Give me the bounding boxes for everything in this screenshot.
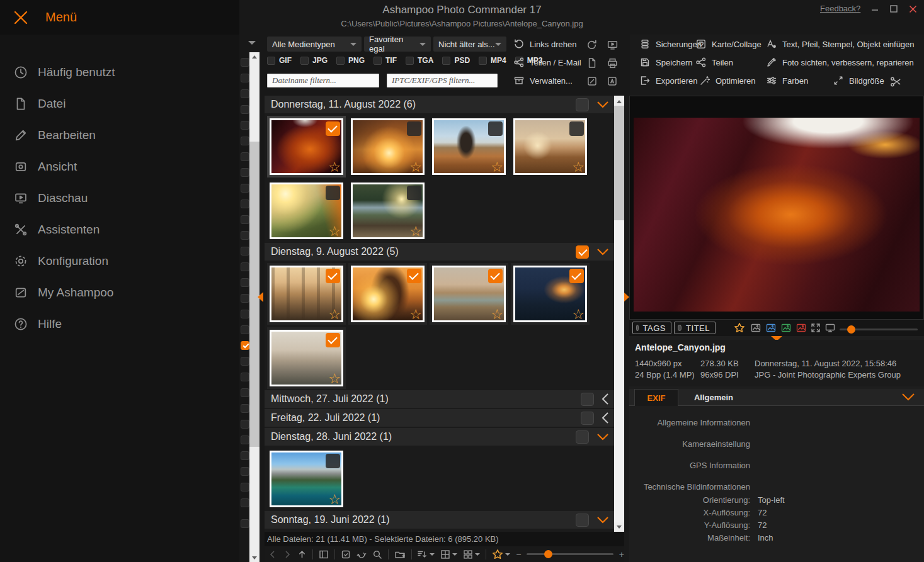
selected-check-badge[interactable]	[488, 269, 503, 283]
thumbnail-cell[interactable]	[348, 180, 427, 242]
share-email-button[interactable]: Teilen / E-Mail	[513, 57, 581, 68]
favorite-star-icon[interactable]	[328, 493, 341, 507]
thumbnail-cell-selected[interactable]	[348, 263, 427, 325]
sidebar-item-my-ashampoo[interactable]: My Ashampoo	[0, 277, 239, 308]
filmstrip-checkbox[interactable]	[241, 152, 249, 161]
save-button[interactable]: Speichern	[639, 57, 693, 68]
filmstrip-checkbox[interactable]	[241, 74, 249, 82]
thumbnail-cell-selected[interactable]	[267, 327, 346, 389]
search-icon[interactable]	[372, 549, 382, 559]
date-group-header[interactable]: Sonntag, 19. Juni 2022 (1)	[265, 511, 614, 529]
filmstrip-checkbox[interactable]	[241, 121, 249, 130]
close-button[interactable]	[908, 4, 918, 14]
thumbnail-cell[interactable]	[511, 116, 590, 177]
filmstrip-checkbox[interactable]	[241, 168, 249, 177]
thumbnail-mountain-lake[interactable]	[270, 451, 343, 507]
expand-group-icon[interactable]	[602, 412, 609, 424]
rotate-icon[interactable]	[356, 549, 367, 559]
prev-icon[interactable]	[268, 550, 277, 559]
crop-scissors-icon[interactable]	[889, 76, 902, 88]
folder-up-icon[interactable]	[297, 549, 307, 559]
thumbnail-cell-selected[interactable]	[267, 263, 346, 325]
thumbnail-venice-gondolas[interactable]	[270, 266, 343, 322]
sidebar-item-hilfe[interactable]: Hilfe	[0, 308, 239, 340]
exif-section[interactable]: Kameraeinstellung	[629, 439, 924, 449]
selected-check-badge[interactable]	[326, 121, 340, 136]
selected-check-badge[interactable]	[326, 269, 340, 283]
preview-zoom-slider[interactable]	[840, 329, 918, 330]
filmstrip-checkbox[interactable]	[241, 262, 249, 271]
sidebar-item-diaschau[interactable]: Diaschau	[0, 183, 239, 214]
insert-objects-button[interactable]: Text, Pfeil, Stempel, Objekt einfügen	[766, 38, 915, 50]
favorite-star-icon[interactable]	[409, 225, 422, 239]
panel-layout-icon[interactable]	[319, 549, 329, 559]
filmstrip-checkbox[interactable]	[241, 498, 249, 507]
sidebar-item-ansicht[interactable]: Ansicht	[0, 151, 239, 183]
expand-group-icon[interactable]	[602, 393, 609, 405]
export-button[interactable]: Exportieren	[639, 75, 697, 86]
sidebar-item-haeufig-benutzt[interactable]: Häufig benutzt	[0, 57, 239, 88]
zoom-out-icon[interactable]	[516, 549, 521, 559]
thumbnail-cell-current[interactable]	[267, 116, 346, 177]
optimize-button[interactable]: Optimieren	[699, 75, 756, 86]
format-checkbox-gif[interactable]: GIF	[267, 56, 292, 65]
filmstrip-checkbox[interactable]	[241, 519, 249, 528]
favorite-star-icon[interactable]	[328, 225, 341, 239]
collapse-group-icon[interactable]	[596, 248, 609, 256]
favorites-dropdown[interactable]: Favoriten egal	[364, 37, 431, 52]
thumbnail-venice-canal[interactable]	[270, 330, 343, 386]
print-icon[interactable]	[607, 57, 619, 69]
colors-button[interactable]: Farben	[766, 75, 808, 86]
zoom-in-icon[interactable]	[619, 549, 624, 559]
next-icon[interactable]	[283, 550, 292, 559]
thumbnail-monument-valley[interactable]	[513, 118, 587, 175]
thumbnail-cell-selected[interactable]	[430, 263, 508, 325]
group-select-checkbox[interactable]	[581, 393, 594, 406]
collapse-group-icon[interactable]	[596, 433, 609, 441]
filmstrip-checkbox[interactable]	[241, 89, 249, 98]
select-mode-icon[interactable]	[341, 549, 351, 559]
monitor-icon[interactable]	[825, 323, 835, 333]
feedback-link[interactable]: Feedback?	[820, 4, 860, 13]
favorite-filter-icon[interactable]	[492, 549, 510, 560]
filmstrip-checkbox[interactable]	[241, 388, 249, 397]
favorite-star-icon[interactable]	[328, 372, 341, 386]
maximize-button[interactable]	[889, 4, 899, 14]
filmstrip-checkbox[interactable]	[241, 467, 249, 476]
collapse-group-icon[interactable]	[596, 516, 609, 524]
format-checkbox-tif[interactable]: TIF	[374, 56, 397, 65]
filmstrip-checkbox[interactable]	[241, 310, 249, 318]
thumbnail-cell[interactable]	[430, 116, 508, 177]
exif-section[interactable]: Allgemeine Informationen	[629, 418, 924, 427]
compare-image-green-icon[interactable]	[781, 323, 791, 333]
chevron-down-icon[interactable]	[248, 41, 256, 45]
select-checkbox-badge[interactable]	[488, 121, 503, 136]
date-group-header[interactable]: Dienstag, 9. August 2022 (5)	[265, 243, 614, 261]
date-group-header[interactable]: Donnerstag, 11. August 2022 (6)	[265, 96, 614, 113]
share-button[interactable]: Teilen	[695, 57, 733, 68]
filmstrip-checkbox[interactable]	[241, 294, 249, 303]
filmstrip-checkbox[interactable]	[241, 247, 249, 256]
favorite-star-icon[interactable]	[328, 160, 341, 174]
map-collage-button[interactable]: Karte/Collage	[695, 38, 761, 50]
favorite-star-icon[interactable]	[328, 308, 341, 322]
select-checkbox-badge[interactable]	[326, 454, 340, 468]
select-checkbox-badge[interactable]	[407, 186, 421, 200]
favorite-star-icon[interactable]	[409, 308, 422, 322]
selected-check-badge[interactable]	[326, 333, 340, 347]
compare-image-blue-icon[interactable]	[766, 323, 776, 333]
favorite-star-icon[interactable]	[491, 308, 503, 322]
scroll-up-arrow[interactable]	[614, 97, 624, 106]
thumbnail-camp-sunrise[interactable]	[270, 183, 343, 239]
refresh-icon[interactable]	[586, 39, 598, 51]
group-select-checkbox[interactable]	[576, 430, 589, 444]
filmstrip-checkbox[interactable]	[241, 325, 249, 334]
age-dropdown[interactable]: Nicht älter als...	[433, 37, 506, 52]
preview-image-antelope-canyon[interactable]	[634, 118, 920, 312]
filmstrip-checkbox[interactable]	[241, 231, 249, 240]
group-select-checkbox-checked[interactable]	[576, 245, 589, 259]
media-type-dropdown[interactable]: Alle Medientypen	[267, 37, 362, 52]
new-document-icon[interactable]	[586, 57, 598, 69]
collapse-left-panel-handle[interactable]	[258, 292, 263, 302]
scroll-down-arrow[interactable]	[614, 522, 624, 531]
